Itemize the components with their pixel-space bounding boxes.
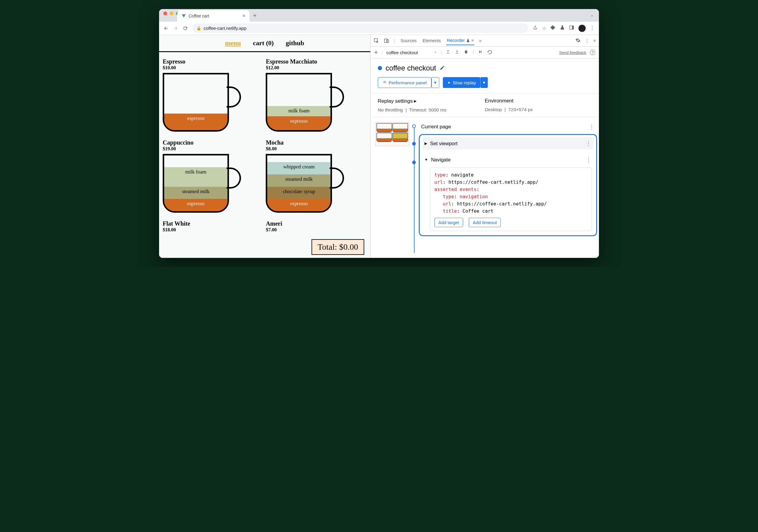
step-menu-icon[interactable]: ⋮	[585, 140, 591, 147]
step-menu-icon[interactable]: ⋮	[589, 123, 595, 130]
product-price: $19.00	[163, 146, 263, 151]
labs-icon[interactable]	[560, 25, 565, 31]
edit-icon[interactable]	[439, 64, 445, 72]
settings-icon[interactable]	[575, 38, 581, 44]
import-icon[interactable]	[455, 50, 460, 56]
product-name: Espresso Macchiato	[266, 58, 366, 65]
add-target-button[interactable]: Add target	[434, 218, 463, 227]
more-tabs-icon[interactable]: »	[479, 38, 481, 43]
product-name: Ameri	[266, 220, 366, 227]
product-name: Flat White	[163, 220, 263, 227]
delete-icon[interactable]	[464, 50, 468, 56]
product-price: $7.00	[266, 227, 366, 233]
url-text: coffee-cart.netlify.app	[204, 26, 246, 31]
window-minimize-button[interactable]	[170, 12, 174, 16]
extensions-icon[interactable]	[550, 25, 556, 31]
add-icon[interactable]: +	[374, 49, 378, 56]
product-name: Mocha	[266, 139, 366, 146]
step-icon[interactable]	[478, 50, 483, 56]
replay-dropdown[interactable]: ▾	[480, 77, 488, 88]
chevron-right-icon: ▸	[414, 98, 417, 104]
recorder-toolbar: + | coffee checkout | | Send feedback ?	[370, 47, 599, 58]
address-bar: 🔒 coffee-cart.netlify.app ☆ ⋮	[159, 22, 599, 35]
total-badge[interactable]: Total: $0.00	[312, 239, 364, 255]
step-navigate[interactable]: ▼ Navigate ⋮	[423, 154, 593, 166]
perf-dropdown[interactable]: ▾	[431, 77, 439, 88]
step-details: type: navigate url: https://coffee-cart.…	[430, 168, 592, 231]
product-cappuccino[interactable]: Cappuccino $19.00 milk foam steamed milk…	[163, 139, 263, 214]
browser-menu-icon[interactable]: ⋮	[590, 25, 595, 31]
svg-rect-1	[572, 26, 574, 29]
site-nav: menu cart (0) github	[159, 35, 370, 52]
url-field[interactable]: 🔒 coffee-cart.netlify.app	[192, 23, 529, 33]
product-name: Espresso	[163, 58, 263, 65]
chevron-right-icon: ▶	[425, 141, 427, 146]
tab-title: Coffee cart	[189, 14, 240, 18]
browser-window: Coffee cart × + 🔒 coffee-cart.netlify.ap…	[159, 9, 599, 258]
tab-sources[interactable]: Sources	[400, 36, 417, 45]
device-toggle-icon[interactable]	[384, 38, 389, 43]
step-set-viewport[interactable]: ▶ Set viewport ⋮	[423, 137, 593, 150]
recording-select[interactable]: coffee checkout	[386, 50, 430, 55]
recording-header: coffee checkout Performance panel ▾	[370, 58, 599, 93]
environment-heading: Environment	[485, 98, 592, 104]
slow-replay-button[interactable]: Slow replay	[443, 77, 481, 88]
help-icon[interactable]: ?	[590, 50, 595, 55]
forward-button[interactable]	[173, 26, 178, 31]
reload-button[interactable]	[183, 26, 188, 31]
chevron-down-icon: ▼	[425, 157, 428, 162]
nav-menu[interactable]: menu	[225, 39, 241, 47]
lock-icon: 🔒	[196, 26, 201, 30]
flask-icon	[466, 39, 470, 43]
tab-close-icon[interactable]: ×	[243, 13, 245, 19]
panel-icon[interactable]	[569, 25, 574, 31]
product-price: $18.00	[163, 227, 263, 233]
recording-title: coffee checkout	[386, 64, 436, 72]
step-thumbnail[interactable]	[375, 122, 409, 146]
bookmark-icon[interactable]: ☆	[542, 25, 546, 31]
product-price: $12.00	[266, 65, 366, 71]
tab-recorder[interactable]: Recorder ×	[446, 36, 474, 45]
loop-icon[interactable]	[487, 50, 493, 56]
devtools-panel: | Sources Elements Recorder × » ⋮ × + |	[370, 35, 599, 258]
tab-elements[interactable]: Elements	[422, 36, 441, 45]
close-devtools-icon[interactable]: ×	[594, 38, 596, 43]
product-macchiato[interactable]: Espresso Macchiato $12.00 milk foam espr…	[266, 58, 366, 133]
add-timeout-button[interactable]: Add timeout	[469, 218, 501, 227]
devtools-tabs: | Sources Elements Recorder × » ⋮ ×	[370, 35, 599, 47]
play-icon	[447, 81, 451, 84]
page-viewport: menu cart (0) github Espresso $10.00 esp…	[159, 35, 370, 258]
new-tab-button[interactable]: +	[250, 10, 260, 22]
product-americano[interactable]: Ameri $7.00	[266, 220, 366, 235]
inspect-icon[interactable]	[374, 38, 379, 43]
product-name: Cappuccino	[163, 139, 263, 146]
share-icon[interactable]	[533, 25, 538, 31]
product-price: $10.00	[163, 65, 263, 71]
send-feedback-link[interactable]: Send feedback	[559, 50, 586, 55]
product-flatwhite[interactable]: Flat White $18.00	[163, 220, 263, 235]
kebab-icon[interactable]: ⋮	[585, 38, 589, 43]
close-icon[interactable]: ×	[471, 38, 474, 43]
product-mocha[interactable]: Mocha $8.00 whipped cream steamed milk c…	[266, 139, 366, 214]
browser-tab[interactable]: Coffee cart ×	[177, 10, 250, 22]
record-indicator-icon	[378, 66, 382, 70]
back-button[interactable]	[163, 26, 169, 31]
settings-row: Replay settings ▸ No throttling | Timeou…	[370, 93, 599, 117]
timeline: Current page ⋮ ▶ Set viewport ⋮ ▼ Naviga…	[370, 117, 599, 258]
chevron-down-icon[interactable]	[433, 50, 437, 54]
nav-github[interactable]: github	[286, 39, 304, 47]
product-espresso[interactable]: Espresso $10.00 espresso	[163, 58, 263, 133]
export-icon[interactable]	[446, 50, 450, 56]
performance-panel-button[interactable]: Performance panel	[378, 77, 431, 88]
window-close-button[interactable]	[163, 12, 167, 16]
product-price: $8.00	[266, 146, 366, 151]
vue-favicon-icon	[181, 14, 186, 18]
tabs-dropdown-icon[interactable]	[585, 12, 599, 22]
profile-avatar[interactable]	[578, 25, 586, 32]
nav-cart[interactable]: cart (0)	[253, 39, 274, 47]
gauge-icon	[382, 81, 387, 85]
replay-settings-heading[interactable]: Replay settings ▸	[378, 98, 485, 104]
step-current-page[interactable]: Current page ⋮	[419, 122, 597, 132]
step-menu-icon[interactable]: ⋮	[585, 156, 591, 163]
chrome-top: Coffee cart × +	[159, 9, 599, 22]
